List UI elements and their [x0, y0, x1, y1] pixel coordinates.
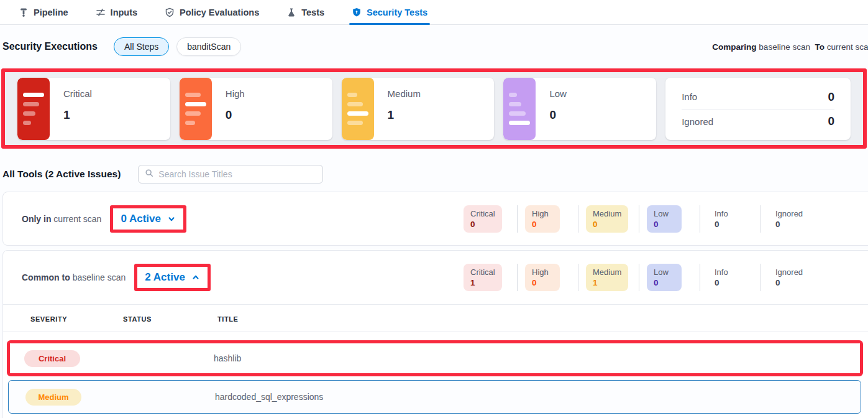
issue-row-selected-box: Mediumhardcoded_sql_expressions	[8, 380, 861, 414]
severity-card-label: Medium	[388, 88, 421, 99]
page-title: Security Executions	[2, 41, 98, 52]
severity-card-low: Low0	[503, 78, 656, 140]
column-header-title: TITLE	[217, 315, 868, 323]
chip-value: 0	[593, 220, 621, 229]
issue-row-hashlib[interactable]: Criticalhashlib	[10, 343, 860, 373]
search-issues-box[interactable]	[138, 165, 323, 183]
issues-table-header: SEVERITYSTATUSTITLE	[3, 305, 868, 332]
chip-cell-medium: Medium1	[578, 264, 639, 291]
severity-badge-critical: Critical	[24, 350, 80, 367]
step-filter-all-steps[interactable]: All Steps	[114, 37, 169, 56]
section-title: Only in current scan	[22, 214, 101, 224]
section-title: Common to baseline scan	[22, 272, 126, 282]
severity-card-count: 1	[388, 108, 421, 122]
severity-card-critical: Critical1	[17, 78, 170, 140]
severity-card-body: Critical1	[50, 78, 92, 140]
summary-cards-annotation-box: Critical1High0Medium1Low0Info0Ignored0	[1, 68, 867, 149]
chip-value: 0	[532, 278, 553, 287]
tab-policy-evaluations[interactable]: Policy Evaluations	[165, 0, 259, 24]
severity-bars-icon	[342, 78, 374, 140]
chip-label: Info	[715, 209, 736, 218]
severity-chip-medium: Medium0	[586, 205, 628, 233]
chip-value: 1	[593, 278, 621, 287]
chip-value: 0	[470, 220, 495, 229]
chip-label: Critical	[470, 267, 495, 277]
severity-card-medium: Medium1	[342, 78, 495, 140]
chip-value: 0	[715, 278, 736, 287]
severity-bar	[509, 121, 530, 125]
chip-value: 0	[654, 220, 675, 229]
severity-bar	[185, 121, 195, 125]
chevron-down-icon	[167, 215, 176, 223]
chip-cell-ignored: Ignored0	[761, 205, 821, 233]
chip-label: Medium	[593, 209, 621, 218]
security-executions-header: Security Executions All StepsbanditScan …	[0, 25, 868, 68]
severity-bar	[509, 102, 521, 106]
search-icon	[145, 169, 153, 180]
section-only-in-current-scan: Only in current scan 0 Active Critical0H…	[2, 192, 868, 246]
section-head: Only in current scan 0 Active Critical0H…	[3, 192, 868, 246]
policy-shield-check-icon	[165, 7, 175, 17]
chip-label: Low	[654, 209, 675, 218]
all-tools-row: All Tools (2 Active Issues)	[0, 149, 868, 192]
chip-label: Info	[715, 267, 736, 277]
tab-security-tests[interactable]: Security Tests	[352, 0, 427, 24]
severity-bar	[23, 93, 44, 97]
severity-bar	[185, 102, 206, 106]
severity-card-body: Low0	[536, 78, 567, 140]
severity-bars-icon	[180, 78, 212, 140]
severity-bar	[23, 121, 31, 125]
severity-chip-info: Info0	[708, 264, 742, 291]
severity-chip-critical: Critical0	[464, 205, 502, 233]
tab-inputs[interactable]: Inputs	[96, 0, 138, 24]
column-header-severity: SEVERITY	[30, 315, 123, 323]
severity-chip-ignored: Ignored0	[769, 205, 810, 233]
chip-label: High	[532, 209, 553, 218]
severity-bars-icon	[17, 78, 50, 140]
severity-chip-low: Low0	[647, 205, 682, 233]
chip-value: 0	[654, 278, 675, 287]
severity-bar	[185, 111, 201, 116]
chip-cell-ignored: Ignored0	[761, 264, 821, 291]
chip-value: 0	[775, 278, 803, 287]
search-issue-titles-input[interactable]	[158, 169, 316, 179]
tab-tests[interactable]: Tests	[286, 0, 324, 24]
severity-card-high: High0	[180, 78, 332, 140]
severity-chips: Critical1High0Medium1Low0Info0Ignored0	[464, 264, 821, 291]
step-filter-banditscan[interactable]: banditScan	[176, 37, 241, 56]
issue-severity-cell: Critical	[24, 350, 117, 367]
comparing-text: Comparing baseline scan To current scan	[712, 42, 868, 52]
chip-cell-low: Low0	[639, 205, 700, 233]
tab-pipeline[interactable]: Pipeline	[19, 0, 68, 24]
issue-title-cell: hashlib	[214, 353, 860, 363]
issue-row-hardcoded-sql-expressions[interactable]: Mediumhardcoded_sql_expressions	[9, 381, 861, 413]
chip-label: Critical	[470, 209, 495, 218]
tab-label: Inputs	[111, 7, 138, 17]
severity-card-body: High0	[212, 78, 245, 140]
severity-chip-high: High0	[525, 205, 560, 233]
severity-bars-icon	[503, 78, 536, 140]
severity-bar	[347, 121, 363, 125]
active-count-dropdown[interactable]: 2 Active	[134, 264, 211, 291]
issue-title-cell: hardcoded_sql_expressions	[215, 392, 861, 402]
severity-bar	[347, 102, 363, 106]
tab-label: Security Tests	[367, 7, 427, 17]
severity-chip-low: Low0	[647, 264, 682, 291]
chip-label: High	[532, 267, 553, 277]
chip-cell-medium: Medium0	[578, 205, 639, 233]
issue-row-annotation-box: Criticalhashlib	[7, 340, 863, 376]
totals-label: Info	[682, 91, 697, 102]
comparing-label: Comparing	[712, 42, 756, 52]
severity-chip-critical: Critical1	[464, 264, 502, 291]
active-count-dropdown[interactable]: 0 Active	[110, 205, 186, 233]
severity-cards-row: Critical1High0Medium1Low0Info0Ignored0	[5, 72, 863, 145]
severity-bar	[23, 111, 35, 116]
severity-bar	[347, 93, 357, 97]
tab-bar: PipelineInputsPolicy EvaluationsTestsSec…	[0, 0, 868, 25]
severity-card-count: 1	[63, 108, 92, 122]
chip-value: 0	[715, 220, 736, 229]
severity-card-body: Medium1	[374, 78, 421, 140]
column-header-status: STATUS	[123, 315, 217, 323]
chip-label: Medium	[593, 267, 621, 277]
tab-label: Tests	[301, 7, 324, 17]
